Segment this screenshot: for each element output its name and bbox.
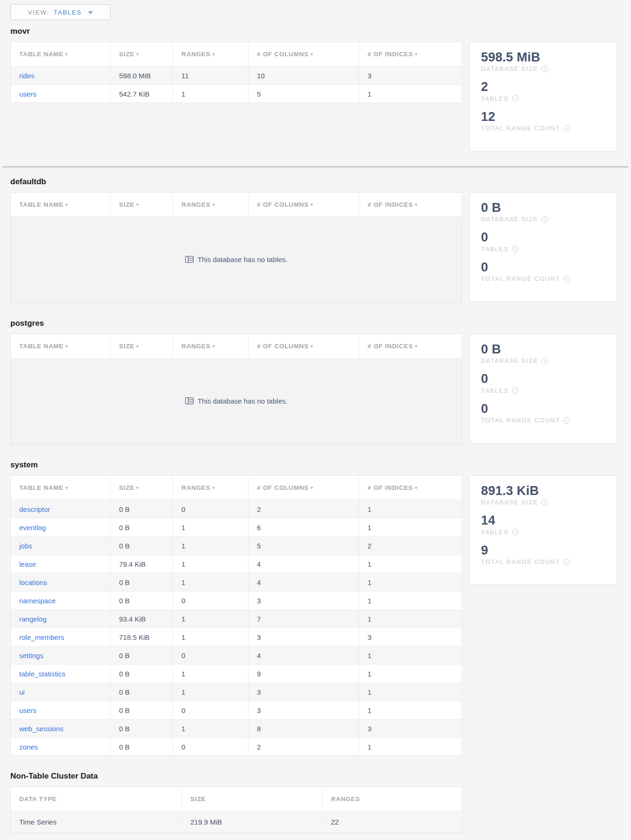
- table-row: role_members718.5 KiB133: [11, 628, 462, 646]
- table-row: rangelog93.4 KiB171: [11, 610, 462, 628]
- table-name-link[interactable]: web_sessions: [19, 725, 63, 733]
- table-name-link[interactable]: users: [19, 706, 37, 714]
- table-name-link[interactable]: eventlog: [19, 524, 46, 532]
- column-header-indices[interactable]: # OF INDICES▼: [359, 193, 462, 217]
- info-icon[interactable]: i: [512, 95, 518, 102]
- column-header-indices[interactable]: # OF INDICES▼: [359, 476, 462, 500]
- column-header-label: RANGES: [181, 343, 210, 350]
- tables-count-label: TABLESi: [481, 529, 606, 536]
- column-header-size[interactable]: SIZE▼: [111, 42, 173, 67]
- table-name-link[interactable]: lease: [19, 560, 36, 568]
- empty-state: This database has no tables.: [185, 397, 288, 405]
- table-row: eventlog0 B161: [11, 518, 462, 537]
- database-size-label: DATABASE SIZEi: [481, 357, 606, 364]
- column-header-label: SIZE: [119, 51, 135, 58]
- database-size-value: 598.5 MiB: [481, 50, 606, 65]
- column-header-table-name[interactable]: TABLE NAME▼: [11, 334, 111, 359]
- table-name-cell: table_statistics: [11, 665, 111, 683]
- info-icon[interactable]: i: [541, 66, 548, 72]
- table-name-link[interactable]: rides: [19, 72, 35, 80]
- table-cell: 93.4 KiB: [111, 610, 173, 628]
- table-name-link[interactable]: table_statistics: [19, 670, 65, 678]
- column-header-indices[interactable]: # OF INDICES▼: [359, 42, 462, 67]
- table-name-link[interactable]: jobs: [19, 542, 32, 550]
- table-cell: 3: [359, 628, 462, 646]
- column-header-columns[interactable]: # OF COLUMNS▼: [248, 193, 359, 217]
- database-section: TABLE NAME▼ SIZE▼ RANGES▼ # OF COLUMNS▼ …: [10, 42, 617, 151]
- column-header-table-name[interactable]: TABLE NAME▼: [11, 42, 111, 67]
- info-icon[interactable]: i: [563, 276, 570, 282]
- info-icon[interactable]: i: [512, 529, 518, 535]
- column-header-ranges: RANGES: [323, 787, 462, 811]
- info-icon[interactable]: i: [563, 559, 570, 565]
- database-size-value: 891.3 KiB: [481, 483, 606, 498]
- info-icon[interactable]: i: [512, 246, 518, 252]
- column-header-columns[interactable]: # OF COLUMNS▼: [248, 334, 359, 359]
- column-header-table-name[interactable]: TABLE NAME▼: [11, 193, 111, 217]
- table-grid-icon: [185, 256, 194, 263]
- column-header-size[interactable]: SIZE▼: [111, 193, 173, 217]
- range-count-label: TOTAL RANGE COUNTi: [481, 125, 606, 132]
- section-divider: [3, 166, 628, 167]
- view-selector-dropdown[interactable]: VIEW: TABLES: [10, 4, 111, 20]
- stat-label-text: DATABASE SIZE: [481, 357, 538, 364]
- table-cell: 598.0 MiB: [111, 67, 173, 85]
- info-icon[interactable]: i: [563, 125, 570, 132]
- table-cell: 1: [173, 628, 248, 646]
- range-count-value: 0: [481, 401, 606, 416]
- column-header-ranges[interactable]: RANGES▼: [173, 193, 248, 217]
- table-cell: 0 B: [111, 720, 173, 738]
- info-icon[interactable]: i: [563, 417, 570, 424]
- column-header-ranges[interactable]: RANGES▼: [173, 42, 248, 67]
- table-header-row: TABLE NAME▼ SIZE▼ RANGES▼ # OF COLUMNS▼ …: [11, 334, 462, 359]
- column-header-size[interactable]: SIZE▼: [111, 476, 173, 500]
- table-name-link[interactable]: rangelog: [19, 615, 46, 623]
- table-name-cell: Time Series: [11, 811, 182, 833]
- column-header-indices[interactable]: # OF INDICES▼: [359, 334, 462, 359]
- column-header-size[interactable]: SIZE▼: [111, 334, 173, 359]
- table-cell: 1: [173, 683, 248, 701]
- table-cell: 1: [359, 738, 462, 756]
- info-icon[interactable]: i: [541, 499, 548, 506]
- table-cell: 4: [248, 646, 359, 665]
- column-header-table-name[interactable]: TABLE NAME▼: [11, 476, 111, 500]
- table-cell: 4: [248, 573, 359, 592]
- database-size-value: 0 B: [481, 200, 606, 215]
- table-name-link[interactable]: namespace: [19, 597, 56, 605]
- column-header-columns[interactable]: # OF COLUMNS▼: [248, 476, 359, 500]
- table-name-link[interactable]: role_members: [19, 633, 64, 641]
- column-header-label: SIZE: [119, 484, 135, 491]
- table-name-link[interactable]: ui: [19, 688, 25, 696]
- table-name-link[interactable]: settings: [19, 652, 44, 660]
- stat-range-count: 9 TOTAL RANGE COUNTi: [481, 543, 606, 565]
- stat-range-count: 0 TOTAL RANGE COUNTi: [481, 260, 606, 282]
- range-count-label: TOTAL RANGE COUNTi: [481, 417, 606, 424]
- sort-desc-icon: ▼: [65, 202, 69, 207]
- column-header-label: RANGES: [181, 51, 210, 58]
- range-count-value: 0: [481, 260, 606, 275]
- info-icon[interactable]: i: [512, 387, 518, 394]
- table-cell: 0 B: [111, 537, 173, 555]
- table-cell: 0: [173, 592, 248, 610]
- table-cell: 1: [359, 555, 462, 573]
- table-cell: 1: [359, 573, 462, 592]
- info-icon[interactable]: i: [541, 358, 548, 364]
- column-header-label: SIZE: [119, 201, 135, 208]
- table-name-link[interactable]: locations: [19, 578, 47, 586]
- column-header-ranges[interactable]: RANGES▼: [173, 476, 248, 500]
- table-name-link[interactable]: descriptor: [19, 505, 50, 513]
- stat-label-text: TABLES: [481, 387, 509, 394]
- table-name-link[interactable]: users: [19, 90, 37, 98]
- info-icon[interactable]: i: [541, 216, 548, 223]
- sort-desc-icon: ▼: [211, 202, 216, 207]
- stat-database-size: 891.3 KiB DATABASE SIZEi: [481, 483, 606, 506]
- column-header-label: # OF COLUMNS: [257, 51, 308, 58]
- column-header-label: RANGES: [181, 201, 210, 208]
- empty-table-cell: This database has no tables.: [11, 359, 462, 445]
- column-header-columns[interactable]: # OF COLUMNS▼: [248, 42, 359, 67]
- table-name-link[interactable]: zones: [19, 743, 38, 751]
- database-section: TABLE NAME▼ SIZE▼ RANGES▼ # OF COLUMNS▼ …: [10, 334, 617, 445]
- column-header-ranges[interactable]: RANGES▼: [173, 334, 248, 359]
- empty-table-row: This database has no tables.: [11, 359, 462, 445]
- table-cell: 3: [248, 701, 359, 720]
